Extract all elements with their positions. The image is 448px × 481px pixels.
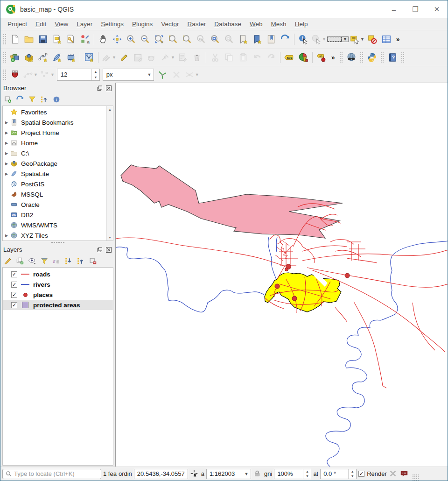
browser-item-favorites[interactable]: Favorites: [3, 107, 106, 117]
browser-item-postgis[interactable]: PostGIS: [3, 179, 106, 189]
digitize-with-segment-button[interactable]: [145, 50, 159, 64]
spin-up-icon[interactable]: ▲: [303, 469, 311, 474]
layer-item-roads[interactable]: ✓roads: [3, 269, 113, 279]
toolbar-grip[interactable]: [3, 34, 7, 45]
refresh-browser-button[interactable]: [14, 94, 26, 105]
zoom-next-button[interactable]: [222, 32, 236, 46]
python-console-button[interactable]: [365, 50, 379, 64]
browser-item-home[interactable]: ▶Home: [3, 138, 106, 148]
open-project-button[interactable]: [22, 32, 36, 46]
run-feature-action-button[interactable]: ▼: [310, 32, 327, 46]
layer-visibility-checkbox[interactable]: ✓: [11, 292, 17, 298]
properties-info-button[interactable]: i: [51, 94, 62, 105]
toolbar-grip[interactable]: [360, 52, 364, 63]
menu-plugins[interactable]: Plugins: [128, 19, 157, 29]
snapping-units-combobox[interactable]: px▼: [103, 69, 154, 81]
open-layer-styling-button[interactable]: [2, 255, 14, 267]
spin-down-icon[interactable]: ▼: [349, 474, 356, 479]
zoom-out-button[interactable]: [138, 32, 152, 46]
lock-scale-icon[interactable]: [253, 469, 262, 479]
toggle-editing-button[interactable]: [117, 50, 131, 64]
coordinate-input[interactable]: 20.5436,-34.0557: [134, 469, 188, 479]
toolbar-grip[interactable]: [3, 69, 7, 80]
spin-down-icon[interactable]: ▼: [303, 474, 311, 479]
layer-item-rivers[interactable]: ✓rivers: [3, 279, 113, 290]
save-project-button[interactable]: [36, 32, 50, 46]
toolbar-grip[interactable]: [401, 52, 405, 63]
add-group-button[interactable]: [14, 255, 26, 267]
toolbar-grip[interactable]: [3, 52, 7, 63]
collapse-all-button[interactable]: [39, 94, 50, 105]
layer-labeling-button[interactable]: abc: [282, 50, 296, 64]
manage-map-themes-button[interactable]: [27, 255, 38, 267]
browser-item-project-home[interactable]: ▶Project Home: [3, 127, 106, 138]
new-print-layout-button[interactable]: [50, 32, 64, 46]
redo-button[interactable]: [264, 50, 278, 64]
zoom-in-button[interactable]: [124, 32, 138, 46]
browser-item-c[interactable]: ▶C:\: [3, 148, 106, 158]
remove-layer-button[interactable]: [87, 255, 98, 267]
panel-splitter[interactable]: [0, 241, 115, 244]
zoom-to-layer-button[interactable]: [166, 32, 180, 46]
browser-float-button[interactable]: [96, 85, 104, 92]
metasearch-button[interactable]: [344, 50, 358, 64]
menu-vector[interactable]: Vector: [157, 19, 183, 29]
data-source-manager-button[interactable]: [8, 50, 22, 64]
select-features-by-value-button[interactable]: ▼: [349, 32, 365, 46]
browser-item-wms-wmts[interactable]: WMS/WMTS: [3, 220, 106, 230]
mouse-extents-icon[interactable]: [190, 469, 199, 479]
help-contents-button[interactable]: ?: [385, 50, 399, 64]
maximize-button[interactable]: ❐: [405, 0, 426, 18]
chevron-down-icon[interactable]: ▼: [171, 55, 175, 60]
zoom-full-button[interactable]: [152, 32, 166, 46]
enable-snapping-button[interactable]: [8, 68, 22, 82]
browser-scrollbar[interactable]: ▲ ▼: [106, 106, 113, 240]
chevron-down-icon[interactable]: ▼: [145, 72, 154, 77]
copy-features-button[interactable]: [222, 50, 236, 64]
expand-caret-icon[interactable]: ▶: [3, 162, 10, 166]
pan-to-selection-button[interactable]: [110, 32, 124, 46]
browser-item-xyz-tiles[interactable]: ▶XYZ Tiles: [3, 230, 106, 240]
new-spatial-bookmark-button[interactable]: [236, 32, 250, 46]
layer-item-protected-areas[interactable]: ✓protected areas: [3, 300, 113, 310]
layer-item-places[interactable]: ✓places: [3, 290, 113, 300]
modify-attributes-button[interactable]: [176, 50, 190, 64]
rotation-spinbox[interactable]: 0.0 ° ▲▼: [320, 469, 357, 479]
stop-rendering-icon[interactable]: [389, 469, 398, 479]
new-project-button[interactable]: [8, 32, 22, 46]
chevron-down-icon[interactable]: ▼: [322, 37, 326, 42]
menu-web[interactable]: Web: [245, 19, 267, 29]
layers-float-button[interactable]: [96, 246, 104, 254]
zoom-to-selection-button[interactable]: [180, 32, 194, 46]
browser-close-button[interactable]: [105, 85, 112, 92]
new-virtual-layer-button[interactable]: [82, 50, 96, 64]
pan-map-button[interactable]: [96, 32, 110, 46]
delete-selected-button[interactable]: [190, 50, 204, 64]
browser-item-spatialite[interactable]: ▶SpatiaLite: [3, 169, 106, 179]
menu-help[interactable]: Help: [291, 19, 312, 29]
spin-up-icon[interactable]: ▲: [349, 469, 356, 474]
chevron-down-icon[interactable]: ▼: [34, 72, 38, 77]
undo-button[interactable]: [250, 50, 264, 64]
show-spatial-bookmarks-button[interactable]: [250, 32, 264, 46]
map-canvas[interactable]: [115, 83, 448, 467]
snapping-tolerance-spinbox[interactable]: 12▲▼: [57, 69, 100, 81]
browser-item-geopackage[interactable]: ▶GeoPackage: [3, 158, 106, 169]
expand-caret-icon[interactable]: ▶: [3, 131, 10, 135]
avoid-overlap-button[interactable]: [169, 68, 183, 82]
expand-caret-icon[interactable]: ▶: [3, 151, 10, 156]
new-temporary-scratch-layer-button[interactable]: [64, 50, 78, 64]
expand-caret-icon[interactable]: ▶: [3, 172, 10, 176]
spin-up-icon[interactable]: ▲: [92, 69, 99, 75]
browser-item-oracle[interactable]: Oracle: [3, 199, 106, 210]
zoom-last-button[interactable]: [208, 32, 222, 46]
filter-legend-button[interactable]: [39, 255, 50, 267]
new-spatialite-layer-button[interactable]: [50, 50, 64, 64]
menu-edit[interactable]: Edit: [31, 19, 50, 29]
layer-diagram-button[interactable]: [296, 50, 310, 64]
render-checkbox[interactable]: ✓ Render: [358, 470, 387, 477]
expand-all-button[interactable]: [63, 255, 74, 267]
spin-down-icon[interactable]: ▼: [92, 75, 99, 80]
menu-layer[interactable]: Layer: [72, 19, 97, 29]
new-shapefile-layer-button[interactable]: [36, 50, 50, 64]
